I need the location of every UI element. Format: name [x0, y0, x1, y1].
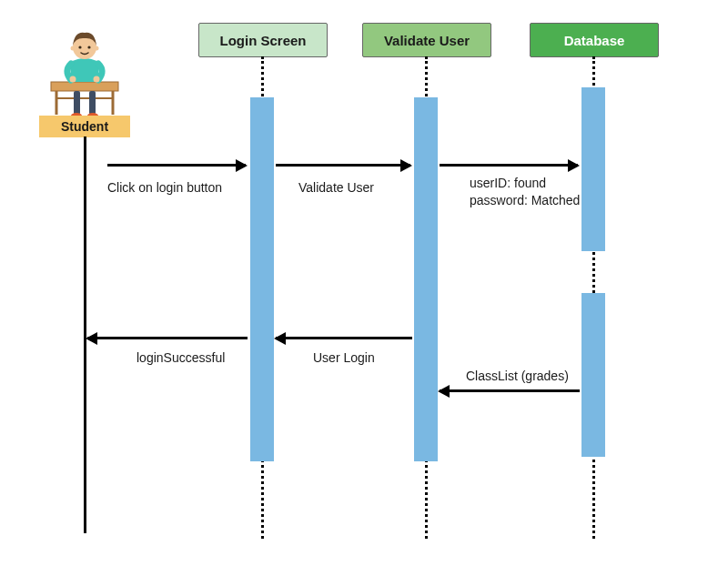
svg-point-12 [78, 45, 81, 48]
message-validate-user: Validate User [298, 179, 374, 197]
arrow-db-check [440, 164, 578, 167]
svg-rect-5 [74, 91, 80, 115]
activation-login-screen [250, 97, 274, 461]
arrow-login-successful [87, 337, 248, 339]
actor-student-label: Student [39, 116, 130, 137]
activation-database-2 [581, 293, 605, 457]
svg-point-13 [87, 45, 90, 48]
message-user-login: User Login [313, 349, 375, 367]
svg-point-9 [70, 76, 76, 83]
arrow-click-login [107, 164, 246, 167]
svg-point-10 [94, 76, 100, 83]
svg-rect-0 [51, 82, 118, 91]
activation-validate-user [414, 97, 438, 461]
svg-point-15 [95, 46, 99, 51]
message-login-successful: loginSuccessful [136, 349, 225, 367]
message-click-login: Click on login button [107, 179, 222, 197]
participant-login-screen: Login Screen [198, 23, 328, 57]
participant-validate-user: Validate User [362, 23, 491, 57]
participant-database: Database [530, 23, 659, 57]
arrow-user-login [276, 337, 412, 339]
message-class-list: ClassList (grades) [466, 368, 569, 385]
student-actor-icon [44, 27, 126, 118]
activation-database-1 [581, 87, 605, 251]
message-db-check: userID: found password: Matched [470, 175, 580, 209]
svg-point-14 [71, 46, 76, 51]
arrow-class-list [440, 389, 580, 392]
svg-rect-6 [89, 91, 96, 115]
arrow-validate-user [276, 164, 410, 167]
